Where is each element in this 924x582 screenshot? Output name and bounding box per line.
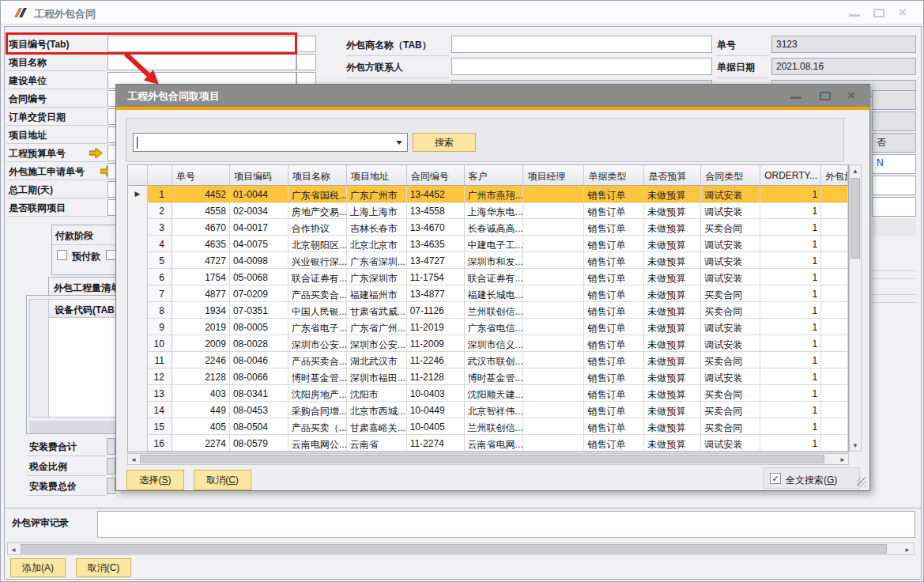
table-cell[interactable]: 01-0044 [230, 186, 289, 202]
table-row[interactable]: 1340308-0341沈阳房地产...沈阳市10-0403沈阳顺天建...销售… [128, 385, 848, 402]
table-cell[interactable]: 1754 [172, 269, 230, 285]
table-row[interactable]: 1540508-0504产品买卖（...甘肃嘉峪关...10-0405兰州联创信… [128, 418, 848, 435]
column-header[interactable]: 是否预算 [644, 165, 701, 186]
table-cell[interactable] [523, 269, 584, 285]
table-cell[interactable]: 08-0504 [230, 418, 289, 435]
table-cell[interactable]: 销售订单 [584, 402, 644, 418]
table-cell[interactable] [821, 186, 848, 202]
row-selector-cell[interactable]: ▶ [128, 186, 148, 202]
table-cell[interactable]: 调试安装 [701, 368, 760, 385]
row-selector-cell[interactable] [128, 435, 148, 452]
table-cell[interactable]: 调试安装 [701, 202, 760, 219]
dialog-titlebar[interactable]: 工程外包合同取项目 × [116, 85, 869, 107]
table-cell[interactable]: 07-1126 [407, 302, 465, 319]
table-row[interactable]: 11224608-0046产品买卖合...湖北武汉市11-2246武汉市联创..… [128, 352, 848, 368]
table-cell[interactable]: 未做预算 [644, 302, 701, 319]
table-cell[interactable] [523, 236, 584, 252]
table-cell[interactable]: 08-0046 [230, 352, 289, 368]
table-cell[interactable]: 销售订单 [584, 302, 644, 319]
table-cell[interactable]: 4558 [172, 202, 230, 219]
table-cell[interactable]: 买卖合同 [701, 285, 760, 302]
table-cell[interactable]: 买卖合同 [701, 385, 760, 402]
table-cell[interactable]: 10-0449 [407, 402, 465, 418]
table-cell[interactable]: 深圳市公安... [289, 335, 347, 352]
table-cell[interactable] [523, 435, 584, 452]
table-cell[interactable]: 2246 [172, 352, 230, 368]
minimize-icon[interactable] [849, 9, 860, 17]
column-header[interactable]: 客户 [465, 165, 524, 186]
table-cell[interactable]: 2128 [172, 368, 230, 385]
resize-grip[interactable] [857, 478, 866, 487]
scroll-left-icon[interactable]: ◄ [10, 546, 17, 554]
table-cell[interactable]: 4727 [172, 252, 230, 269]
table-cell[interactable]: 销售订单 [584, 352, 644, 368]
table-cell[interactable]: 07-0209 [230, 285, 289, 302]
table-cell[interactable]: 1934 [172, 302, 230, 319]
table-row[interactable]: 10200908-0028深圳市公安...深圳市公安...11-2009深圳市信… [128, 335, 848, 352]
table-cell[interactable]: 深圳市信义... [465, 335, 524, 352]
table-cell[interactable]: 博时基金管... [289, 368, 347, 385]
table-cell[interactable]: 云南省 [347, 435, 407, 452]
table-cell[interactable]: 云南电网公... [289, 435, 347, 452]
table-cell[interactable]: 广东省广州... [347, 319, 407, 335]
scrollbar-thumb[interactable] [850, 178, 860, 259]
table-cell[interactable]: 13-4558 [407, 202, 465, 219]
search-button[interactable]: 搜索 [413, 133, 476, 152]
table-cell[interactable]: 长春诚高高... [465, 219, 524, 236]
table-row[interactable]: 1444908-0453采购合同增...北京市西城...10-0449北京智祥伟… [128, 402, 848, 418]
table-cell[interactable]: 1 [760, 269, 821, 285]
table-cell[interactable]: 08-0579 [230, 435, 289, 452]
table-cell[interactable]: 销售订单 [584, 335, 644, 352]
table-cell[interactable]: 未做预算 [644, 285, 701, 302]
table-cell[interactable] [523, 202, 584, 219]
table-cell[interactable]: 11-2128 [407, 368, 465, 385]
table-cell[interactable]: 广东省电子... [289, 319, 347, 335]
scrollbar-thumb[interactable] [21, 544, 887, 554]
table-cell[interactable]: 2019 [172, 319, 230, 335]
table-cell[interactable]: 未做预算 [644, 319, 701, 335]
table-cell[interactable]: 北京智祥伟... [465, 402, 524, 418]
table-cell[interactable]: 调试安装 [701, 335, 760, 352]
horizontal-scrollbar[interactable]: ◄ ► [7, 542, 915, 555]
table-cell[interactable]: 4877 [172, 285, 230, 302]
table-cell[interactable]: 10-0405 [407, 418, 465, 435]
table-cell[interactable]: 07-0351 [230, 302, 289, 319]
table-cell[interactable]: 08-0341 [230, 385, 289, 402]
table-cell[interactable] [821, 219, 848, 236]
column-header[interactable]: 外包施 [821, 165, 848, 186]
table-cell[interactable]: 深圳市福田... [347, 368, 407, 385]
column-header[interactable]: 合同类型 [701, 165, 760, 186]
table-cell[interactable]: 甘肃嘉峪关... [347, 418, 407, 435]
row-selector-cell[interactable] [128, 302, 148, 319]
table-cell[interactable]: 销售订单 [584, 202, 644, 219]
table-cell[interactable]: 武汉市联创... [465, 352, 524, 368]
table-cell[interactable]: 未做预算 [644, 186, 701, 202]
table-cell[interactable]: 08-0453 [230, 402, 289, 418]
table-cell[interactable]: 1 [760, 418, 821, 435]
column-header[interactable] [128, 165, 148, 186]
table-cell[interactable]: 深圳市和发... [465, 252, 524, 269]
table-cell[interactable]: 4635 [172, 236, 230, 252]
table-cell[interactable]: 房地产交易... [289, 202, 347, 219]
row-selector-cell[interactable] [128, 202, 148, 219]
table-cell[interactable] [523, 252, 584, 269]
table-row[interactable]: 16227408-0579云南电网公...云南省11-2274云南省电网...销… [128, 435, 848, 452]
column-header[interactable]: 项目名称 [289, 165, 347, 186]
table-cell[interactable] [523, 385, 584, 402]
row-selector-cell[interactable] [128, 285, 148, 302]
table-cell[interactable]: 产品买卖合... [289, 285, 347, 302]
table-row[interactable]: 12212808-0066博时基金管...深圳市福田...11-2128博时基金… [128, 368, 848, 385]
table-cell[interactable]: 未做预算 [644, 418, 701, 435]
table-cell[interactable]: 买卖合同 [701, 402, 760, 418]
row-selector-cell[interactable] [128, 219, 148, 236]
row-selector-cell[interactable] [128, 418, 148, 435]
table-cell[interactable]: 10-0403 [407, 385, 465, 402]
table-cell[interactable]: 广东广州市 [347, 186, 407, 202]
table-cell[interactable]: 04-0098 [230, 252, 289, 269]
table-cell[interactable]: 1 [760, 302, 821, 319]
row-selector-cell[interactable] [128, 385, 148, 402]
table-cell[interactable] [821, 302, 848, 319]
table-cell[interactable]: 1 [760, 319, 821, 335]
column-header[interactable] [148, 165, 172, 186]
table-cell[interactable] [523, 285, 584, 302]
